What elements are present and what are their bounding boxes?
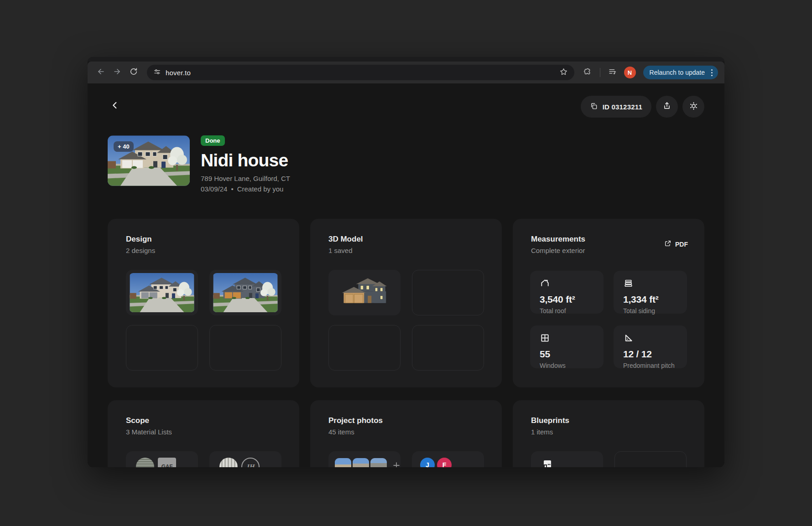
share-upload-icon [662, 101, 671, 112]
blueprint-icon [542, 459, 553, 467]
project-date: 03/09/24 [201, 185, 227, 193]
external-link-icon [664, 240, 671, 248]
model-thumbnail[interactable] [328, 270, 401, 315]
scope-card-title: Scope [126, 416, 149, 425]
forward-button[interactable] [110, 66, 124, 79]
stat-value: 12 / 12 [623, 349, 687, 360]
page-back-button[interactable] [108, 99, 122, 113]
chevron-left-icon [110, 100, 120, 112]
stat-value: 55 [540, 349, 604, 360]
model-empty-slot-3[interactable] [412, 325, 484, 371]
back-icon [96, 67, 105, 78]
forward-icon [113, 67, 122, 78]
design-card[interactable]: Design 2 designs [108, 219, 299, 387]
plus-icon [392, 461, 401, 467]
stat-total-siding: 1,334 ft² Total siding [614, 271, 687, 314]
stat-value: 1,334 ft² [623, 294, 687, 305]
reload-button[interactable] [127, 66, 141, 79]
design-2-image [213, 273, 278, 312]
stat-value: 3,540 ft² [540, 294, 604, 305]
measurements-card[interactable]: Measurements Complete exterior PDF 3,540… [513, 219, 704, 387]
photos-card-subtitle: 45 items [328, 428, 354, 436]
blueprint-item-tile[interactable] [531, 451, 603, 467]
design-empty-slot-1[interactable] [126, 325, 198, 371]
windows-icon [540, 337, 550, 345]
project-photo-thumbnail[interactable]: + 40 [108, 135, 190, 186]
blueprints-card-subtitle: 1 items [531, 428, 553, 436]
collaborator-avatar-f: F [437, 458, 452, 467]
collaborator-avatar-j: J [420, 458, 435, 467]
design-card-title: Design [126, 235, 152, 244]
browser-menu-icon[interactable] [708, 69, 715, 76]
profile-avatar[interactable]: N [624, 67, 636, 78]
stat-label: Total siding [623, 307, 687, 315]
settings-button[interactable] [682, 96, 704, 118]
bookmark-star-icon[interactable] [559, 67, 568, 78]
model-card-title: 3D Model [328, 235, 363, 244]
material-list-tile-2[interactable]: JH [209, 451, 281, 467]
site-settings-icon[interactable] [153, 68, 161, 77]
url-bar[interactable]: hover.to [147, 65, 574, 80]
media-controls-button[interactable] [606, 66, 619, 79]
media-playlist-icon [608, 67, 617, 78]
design-empty-slot-2[interactable] [209, 325, 281, 371]
scope-card-subtitle: 3 Material Lists [126, 428, 172, 436]
photo-thumb-3 [370, 458, 387, 467]
status-badge: Done [201, 135, 225, 146]
stat-total-roof: 3,540 ft² Total roof [530, 271, 604, 314]
tab-strip [88, 57, 724, 62]
project-header: Done Nidi house 789 Hover Lane, Guilford… [201, 135, 290, 193]
project-meta: 03/09/24 • Created by you [201, 185, 290, 193]
pdf-export-button[interactable]: PDF [664, 240, 688, 248]
back-button[interactable] [94, 66, 108, 79]
roof-icon [540, 282, 550, 290]
roofing-material-thumb [136, 458, 154, 467]
project-id-chip[interactable]: ID 03123211 [581, 96, 651, 118]
model-card[interactable]: 3D Model 1 saved [310, 219, 502, 387]
model-empty-slot-1[interactable] [412, 270, 484, 315]
stat-predominant-pitch: 12 / 12 Predominant pitch [614, 325, 687, 368]
model-empty-slot-2[interactable] [328, 325, 401, 371]
scope-card[interactable]: Scope 3 Material Lists GAF JH [108, 400, 299, 467]
blueprints-card[interactable]: Blueprints 1 items [513, 400, 704, 467]
jh-vendor-logo: JH [241, 458, 260, 467]
relaunch-to-update-button[interactable]: Relaunch to update [643, 66, 718, 79]
pdf-label: PDF [675, 241, 688, 248]
blueprint-empty-slot[interactable] [614, 451, 687, 467]
stat-label: Predominant pitch [623, 362, 687, 369]
pitch-icon [623, 337, 634, 345]
extensions-button[interactable] [581, 66, 594, 79]
design-1-image [129, 273, 195, 312]
copy-icon [590, 102, 598, 112]
reload-icon [129, 67, 138, 78]
model-card-subtitle: 1 saved [328, 247, 353, 254]
toolbar-divider [600, 68, 600, 77]
photos-stack-tile[interactable] [328, 451, 401, 467]
photo-thumb-2 [353, 458, 369, 467]
material-list-tile-1[interactable]: GAF [126, 451, 198, 467]
project-photos-card[interactable]: Project photos 45 items J F [310, 400, 502, 467]
design-thumbnail-2[interactable] [209, 270, 281, 315]
stat-label: Windows [540, 362, 604, 369]
stat-windows: 55 Windows [530, 325, 604, 368]
share-button[interactable] [656, 96, 678, 118]
more-photos-badge: + 40 [114, 141, 134, 152]
design-thumbnail-1[interactable] [126, 270, 198, 315]
extensions-puzzle-icon [583, 67, 592, 78]
model-3d-image [328, 270, 401, 315]
url-text[interactable]: hover.to [166, 69, 191, 77]
blueprints-card-title: Blueprints [531, 416, 569, 425]
page-title: Nidi house [201, 150, 290, 170]
meta-dot: • [231, 185, 233, 193]
header-actions: ID 03123211 [581, 96, 704, 118]
measurements-card-subtitle: Complete exterior [531, 247, 585, 254]
collaborators-tile[interactable]: J F [412, 451, 484, 467]
siding-material-thumb [219, 458, 238, 467]
project-id-label: ID 03123211 [603, 103, 642, 111]
measurements-card-title: Measurements [531, 235, 585, 244]
photo-thumb-1 [335, 458, 351, 467]
gaf-vendor-logo: GAF [158, 458, 176, 467]
project-created-by: Created by you [237, 185, 284, 193]
design-card-subtitle: 2 designs [126, 247, 155, 254]
siding-icon [623, 282, 634, 290]
